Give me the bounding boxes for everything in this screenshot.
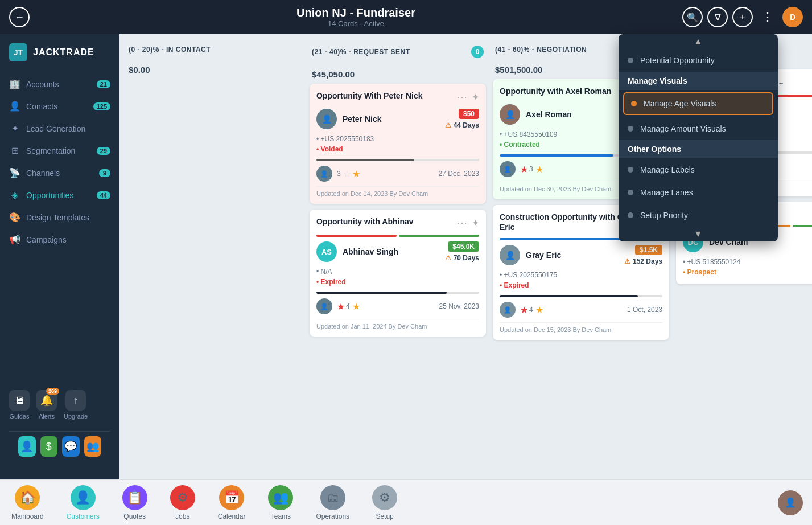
- axel-star-2: ★: [535, 164, 543, 175]
- logo-area: JT JACKTRADE: [0, 43, 119, 73]
- abhinav-phone: N/A: [316, 266, 479, 277]
- abhinav-badge-right: $45.0K ⚠ 70 Days: [445, 241, 479, 262]
- sidebar-item-accounts[interactable]: 🏢 Accounts 21: [0, 73, 119, 95]
- guides-button[interactable]: 🖥 Guides: [9, 390, 30, 420]
- peter-phone: +US 2025550183: [316, 134, 479, 144]
- dc-status: Prospect: [683, 267, 812, 277]
- jobs-label: Jobs: [175, 512, 189, 520]
- calendar-icon: 📅: [219, 485, 244, 510]
- card-abhinav-person: AS Abhinav Singh $45.0K ⚠ 70 Days: [316, 241, 479, 262]
- sidebar-item-segmentation[interactable]: ⊞ Segmentation 29: [0, 140, 119, 162]
- group-quick-icon[interactable]: 👥: [84, 436, 102, 457]
- gray-progress-fill: [500, 295, 638, 297]
- sidebar-label-design-templates: Design Templates: [26, 213, 89, 222]
- card-abhinav-menu[interactable]: ⋯: [457, 216, 467, 229]
- lead-gen-icon: ✦: [9, 123, 20, 134]
- card-peter-pin[interactable]: ✦: [472, 92, 479, 102]
- nav-mainboard[interactable]: 🏠 Mainboard: [0, 481, 55, 525]
- nav-operations[interactable]: 🗂 Operations: [304, 481, 361, 525]
- contacts-badge: 125: [93, 102, 110, 110]
- peter-shield: $50: [459, 109, 479, 119]
- dropdown-potential-opportunity[interactable]: Potential Opportunity: [619, 49, 778, 72]
- setup-label: Setup: [376, 512, 393, 520]
- card-abhinav-header: Opportunity with Abhinav ⋯ ✦: [316, 216, 479, 229]
- peter-name: Peter Nick: [343, 114, 381, 124]
- card-abhinav-pin[interactable]: ✦: [472, 218, 479, 228]
- gray-footer-avatar: 👤: [500, 302, 516, 318]
- dropdown-setup-priority[interactable]: Setup Priority: [619, 204, 778, 227]
- column-title-21-40: (21 - 40)% - REQUEST SENT: [312, 48, 410, 56]
- upgrade-button[interactable]: ↑ Upgrade: [64, 390, 88, 420]
- filter-button[interactable]: ∇: [707, 7, 728, 27]
- card-gray-person: 👤 Gray Eric $1.5K ⚠ 152 Days: [500, 245, 662, 265]
- alerts-button[interactable]: 🔔 269 Alerts: [36, 390, 57, 420]
- sidebar-label-segmentation: Segmentation: [26, 146, 75, 155]
- bottom-profile-avatar[interactable]: 👤: [778, 490, 803, 515]
- card-peter-nick[interactable]: Opportunity With Peter Nick ⋯ ✦ 👤 Peter …: [310, 84, 486, 204]
- abhinav-stars: ★ 4 ★: [337, 301, 360, 312]
- chat-quick-icon[interactable]: 💬: [62, 436, 80, 457]
- gray-status: Expired: [500, 280, 662, 290]
- header-left: ←: [9, 7, 30, 27]
- card-abhinav-singh[interactable]: Opportunity with Abhinav ⋯ ✦ AS Abhin: [310, 210, 486, 337]
- peter-badge-right: $50 ⚠ 44 Days: [445, 109, 479, 129]
- sidebar-item-lead-generation[interactable]: ✦ Lead Generation: [0, 117, 119, 140]
- dollar-quick-icon[interactable]: $: [40, 436, 58, 457]
- peter-updated: Updated on Dec 14, 2023 By Dev Cham: [316, 186, 479, 197]
- scroll-up-indicator: ▲: [619, 34, 778, 49]
- manage-amount-label: Manage Amount Visuals: [640, 124, 726, 133]
- teams-icon: 👥: [268, 485, 293, 510]
- peter-days: ⚠ 44 Days: [445, 121, 479, 129]
- guides-label: Guides: [10, 413, 30, 420]
- sidebar-item-channels[interactable]: 📡 Channels 9: [0, 162, 119, 184]
- dropdown-manage-labels[interactable]: Manage Labels: [619, 158, 778, 181]
- sidebar-item-campaigns[interactable]: 📢 Campaigns: [0, 228, 119, 251]
- card-peter-menu[interactable]: ⋯: [457, 91, 467, 103]
- card-abhinav-title: Opportunity with Abhinav: [316, 216, 414, 227]
- abhinav-progress-bar: [316, 292, 479, 294]
- dropdown-manage-lanes[interactable]: Manage Lanes: [619, 181, 778, 204]
- bottom-navigation: 🏠 Mainboard 👤 Customers 📋 Quotes ⚙ Jobs …: [0, 479, 812, 525]
- nav-setup[interactable]: ⚙ Setup: [361, 481, 409, 525]
- sidebar-item-design-templates[interactable]: 🎨 Design Templates: [0, 206, 119, 228]
- column-amount-21-40: $45,050.00: [310, 67, 486, 84]
- add-button[interactable]: +: [732, 7, 753, 27]
- peter-avatar: 👤: [316, 109, 337, 129]
- nav-teams[interactable]: 👥 Teams: [257, 481, 304, 525]
- nav-quotes[interactable]: 📋 Quotes: [111, 481, 159, 525]
- jobs-icon: ⚙: [170, 485, 195, 510]
- dropdown-manage-visuals-header: Manage Visuals: [619, 72, 778, 90]
- dc-phone: +US 5185550124: [683, 257, 812, 267]
- dropdown-manage-age-visuals[interactable]: Manage Age Visuals: [623, 92, 773, 115]
- sidebar-bottom: 🖥 Guides 🔔 269 Alerts ↑ Upgrade 👤 $: [0, 381, 119, 470]
- operations-label: Operations: [316, 512, 349, 520]
- nav-customers[interactable]: 👤 Customers: [55, 481, 111, 525]
- upgrade-icon: ↑: [65, 390, 86, 411]
- user-quick-icon[interactable]: 👤: [18, 436, 36, 457]
- manage-age-dot: [631, 101, 637, 106]
- opportunities-badge: 44: [97, 191, 110, 199]
- abhinav-days-text: 70 Days: [454, 254, 479, 262]
- abhinav-progress-fill: [316, 292, 447, 294]
- upgrade-label: Upgrade: [64, 413, 88, 420]
- more-options-button[interactable]: ⋮: [757, 7, 778, 27]
- abhinav-days: ⚠ 70 Days: [445, 254, 479, 262]
- accounts-badge: 21: [97, 80, 110, 88]
- gray-stars: ★ 4 ★: [520, 305, 543, 315]
- nav-calendar[interactable]: 📅 Calendar: [207, 481, 257, 525]
- sidebar-item-opportunities[interactable]: ◈ Opportunities 44: [0, 184, 119, 206]
- column-amount-0-20: $0.00: [126, 63, 303, 79]
- peter-stars: 3 ☆ ★: [337, 169, 360, 179]
- dropdown-manage-amount-visuals[interactable]: Manage Amount Visuals: [619, 117, 778, 140]
- nav-jobs[interactable]: ⚙ Jobs: [159, 481, 207, 525]
- search-button[interactable]: 🔍: [682, 7, 703, 27]
- sidebar-item-contacts[interactable]: 👤 Contacts 125: [0, 95, 119, 117]
- segmentation-badge: 29: [97, 147, 110, 155]
- user-avatar[interactable]: D: [782, 7, 803, 27]
- sidebar-label-campaigns: Campaigns: [26, 235, 67, 244]
- contacts-icon: 👤: [9, 101, 20, 112]
- axel-name: Axel Roman: [526, 110, 572, 119]
- back-button[interactable]: ←: [9, 7, 30, 27]
- gray-updated: Updated on Dec 15, 2023 By Dev Cham: [500, 322, 662, 333]
- bottom-profile-area: 👤: [778, 490, 812, 515]
